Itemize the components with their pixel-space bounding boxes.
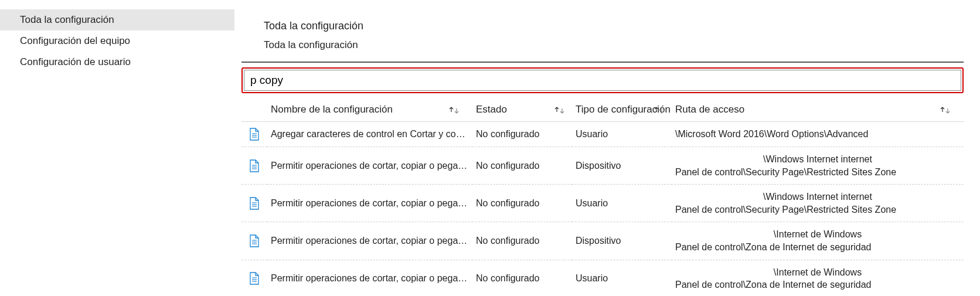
- file-icon: [241, 185, 267, 222]
- main-content: Toda la configuración Toda la configurac…: [234, 0, 980, 296]
- table-header-row: Nombre de la configuración Estado Tipo d…: [241, 97, 964, 122]
- table-row[interactable]: Permitir operaciones de cortar, copiar o…: [241, 222, 964, 260]
- table-row[interactable]: Permitir operaciones de cortar, copiar o…: [241, 147, 964, 185]
- settings-table: Nombre de la configuración Estado Tipo d…: [241, 97, 964, 296]
- setting-path: \Internet de WindowsPanel de control\Zon…: [672, 222, 964, 260]
- sort-icon[interactable]: [554, 105, 566, 114]
- setting-path-line2: Panel de control\Security Page\Restricte…: [675, 203, 960, 216]
- setting-type: Dispositivo: [572, 147, 672, 185]
- setting-path-line2: Panel de control\Security Page\Restricte…: [675, 166, 960, 179]
- setting-name: Agregar caracteres de control en Cortar …: [267, 122, 472, 147]
- setting-name: Permitir operaciones de cortar, copiar o…: [267, 222, 472, 260]
- table-row[interactable]: Permitir operaciones de cortar, copiar o…: [241, 260, 964, 296]
- setting-name: Permitir operaciones de cortar, copiar o…: [267, 147, 472, 185]
- column-header-path[interactable]: Ruta de acceso: [672, 97, 964, 122]
- setting-path-line2: Panel de control\Zona de Internet de seg…: [675, 278, 960, 291]
- column-header-icon: [241, 97, 267, 122]
- setting-type: Usuario: [572, 260, 672, 296]
- setting-name: Permitir operaciones de cortar, copiar o…: [267, 185, 472, 222]
- sort-icon[interactable]: [654, 105, 666, 114]
- setting-state: No configurado: [472, 260, 572, 296]
- page-title: Toda la configuración: [264, 20, 964, 32]
- sidebar-item-label: Configuración de usuario: [20, 56, 131, 67]
- setting-state: No configurado: [472, 122, 572, 147]
- setting-type: Usuario: [572, 185, 672, 222]
- sort-icon[interactable]: [940, 105, 952, 114]
- setting-path-line2: \Microsoft Word 2016\Word Options\Advanc…: [675, 128, 960, 141]
- setting-path-line1: \Internet de Windows: [675, 266, 960, 279]
- column-header-label: Ruta de acceso: [675, 104, 744, 115]
- page-subtitle: Toda la configuración: [264, 39, 964, 56]
- column-header-state[interactable]: Estado: [472, 97, 572, 122]
- setting-state: No configurado: [472, 185, 572, 222]
- column-header-type[interactable]: Tipo de configuración: [572, 97, 672, 122]
- setting-path-line1: \Internet de Windows: [675, 228, 960, 241]
- search-input[interactable]: [244, 70, 961, 91]
- table-row[interactable]: Permitir operaciones de cortar, copiar o…: [241, 185, 964, 222]
- sort-icon[interactable]: [449, 105, 461, 114]
- column-header-name[interactable]: Nombre de la configuración: [267, 97, 472, 122]
- setting-state: No configurado: [472, 147, 572, 185]
- column-header-label: Estado: [476, 104, 507, 115]
- setting-type: Dispositivo: [572, 222, 672, 260]
- file-icon: [241, 122, 267, 147]
- sidebar-item-computer-config[interactable]: Configuración del equipo: [0, 30, 234, 52]
- table-row[interactable]: Agregar caracteres de control en Cortar …: [241, 122, 964, 147]
- column-header-label: Nombre de la configuración: [271, 104, 393, 115]
- divider: [241, 62, 964, 63]
- sidebar-item-all-settings[interactable]: Toda la configuración: [0, 9, 234, 30]
- setting-path: \Windows Internet internetPanel de contr…: [672, 185, 964, 222]
- sidebar-item-user-config[interactable]: Configuración de usuario: [0, 52, 234, 73]
- sidebar: Toda la configuración Configuración del …: [0, 0, 234, 296]
- setting-path-line1: \Windows Internet internet: [675, 153, 960, 166]
- setting-type: Usuario: [572, 122, 672, 147]
- setting-state: No configurado: [472, 222, 572, 260]
- search-highlight-box: [241, 67, 964, 93]
- file-icon: [241, 222, 267, 260]
- setting-path: \Internet de WindowsPanel de control\Zon…: [672, 260, 964, 296]
- setting-path-line2: Panel de control\Zona de Internet de seg…: [675, 241, 960, 254]
- setting-path: \Windows Internet internetPanel de contr…: [672, 147, 964, 185]
- file-icon: [241, 147, 267, 185]
- sidebar-item-label: Configuración del equipo: [20, 35, 130, 46]
- setting-name: Permitir operaciones de cortar, copiar o…: [267, 260, 472, 296]
- setting-path-line1: \Windows Internet internet: [675, 190, 960, 203]
- setting-path: \Microsoft Word 2016\Word Options\Advanc…: [672, 122, 964, 147]
- sidebar-item-label: Toda la configuración: [20, 14, 114, 25]
- file-icon: [241, 260, 267, 296]
